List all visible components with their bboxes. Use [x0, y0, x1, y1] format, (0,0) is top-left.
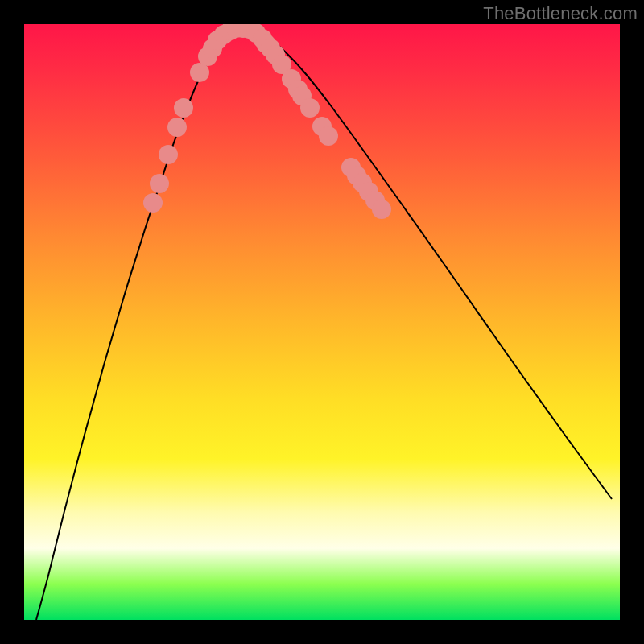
highlight-dot [261, 39, 280, 58]
highlight-dot [353, 173, 372, 192]
highlight-dot [372, 200, 391, 219]
highlight-dot [240, 24, 259, 39]
highlight-dot [319, 126, 338, 146]
watermark-text: TheBottleneck.com [483, 3, 638, 24]
highlight-dot [365, 191, 385, 210]
highlight-dot [214, 25, 233, 44]
highlight-dot [203, 39, 222, 58]
highlight-dot [256, 34, 275, 53]
highlight-dot [359, 182, 378, 201]
highlight-dot [174, 98, 193, 118]
highlight-dot [190, 63, 209, 82]
highlight-dot [246, 24, 266, 43]
highlight-dot [208, 31, 227, 50]
highlight-dot [292, 86, 312, 105]
highlight-dot [167, 118, 187, 137]
plot-area [24, 24, 620, 620]
highlight-dot [282, 69, 301, 89]
chart-stage: TheBottleneck.com [0, 0, 644, 644]
highlight-dot [198, 47, 217, 66]
highlight-dot [347, 166, 366, 185]
highlight-dot [150, 174, 169, 193]
highlight-dot [143, 193, 163, 213]
highlight-dot [272, 55, 291, 74]
highlight-dot [253, 29, 272, 48]
highlight-dot [221, 24, 240, 40]
highlight-dot [159, 145, 178, 164]
highlight-dot [341, 158, 361, 177]
highlight-dot [233, 24, 253, 38]
highlight-dot [312, 117, 332, 136]
highlight-dot [300, 98, 320, 118]
highlight-dot [288, 80, 308, 99]
curve-layer [24, 24, 620, 620]
bottleneck-curve [36, 28, 612, 620]
highlight-dot [266, 45, 285, 64]
highlight-dot [226, 24, 246, 38]
